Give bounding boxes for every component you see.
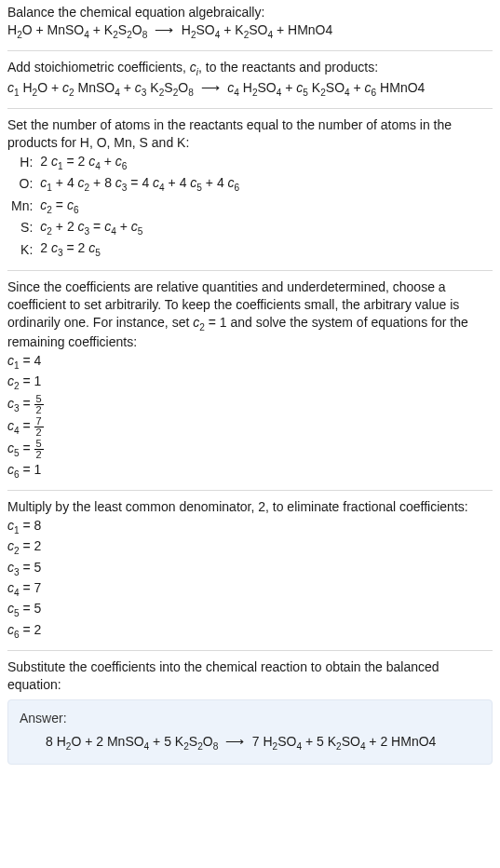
element-equation: 2 c1 = 2 c4 + c6: [36, 152, 243, 173]
element-equation: 2 c3 = 2 c5: [36, 238, 243, 260]
element-label: O:: [7, 173, 36, 195]
element-equation: c1 + 4 c2 + 8 c3 = 4 c4 + 4 c5 + 4 c6: [36, 173, 243, 195]
coef-value: 5: [34, 601, 42, 616]
coef-row: c6 = 2: [7, 621, 493, 641]
coef-value: 1: [34, 373, 42, 388]
coef-row: c5 = 5: [7, 600, 493, 619]
intro-heading: Balance the chemical equation algebraica…: [7, 4, 493, 21]
coef-value: 2: [34, 622, 42, 637]
stoich-text: Add stoichiometric coefficients, ci, to …: [7, 59, 493, 78]
coef-value: 7: [34, 580, 42, 595]
balanced-equation: 8 H2O + 2 MnSO4 + 5 K2S2O8 ⟶ 7 H2SO4 + 5…: [20, 733, 480, 753]
divider: [7, 490, 493, 491]
coef-row: c5 = 52: [7, 439, 493, 460]
answer-label: Answer:: [20, 710, 480, 727]
coefficient-list-fractional: c1 = 4 c2 = 1 c3 = 52 c4 = 72 c5 = 52 c6…: [7, 352, 493, 481]
element-label: S:: [7, 217, 36, 238]
element-label: H:: [7, 152, 36, 173]
divider: [7, 270, 493, 271]
coef-row: c2 = 2: [7, 537, 493, 557]
solve-text: Since the coefficients are relative quan…: [7, 278, 493, 351]
divider: [7, 50, 493, 51]
coef-fraction: 72: [34, 416, 44, 438]
table-row: K: 2 c3 = 2 c5: [7, 238, 243, 260]
coef-value: 2: [34, 538, 42, 553]
coef-row: c3 = 5: [7, 559, 493, 578]
coef-row: c2 = 1: [7, 373, 493, 392]
answer-box: Answer: 8 H2O + 2 MnSO4 + 5 K2S2O8 ⟶ 7 H…: [7, 699, 493, 765]
table-row: Mn: c2 = c6: [7, 196, 243, 217]
element-label: K:: [7, 238, 36, 260]
coef-fraction: 52: [34, 439, 44, 460]
coef-row: c3 = 52: [7, 394, 493, 415]
coef-row: c1 = 8: [7, 517, 493, 536]
coef-value: 8: [34, 518, 42, 533]
coef-value: 4: [34, 353, 42, 368]
coef-row: c6 = 1: [7, 461, 493, 481]
coef-row: c4 = 72: [7, 416, 493, 438]
lcd-text: Multiply by the least common denominator…: [7, 498, 493, 516]
element-equation: c2 + 2 c3 = c4 + c5: [36, 217, 243, 238]
coef-fraction: 52: [34, 394, 44, 415]
divider: [7, 650, 493, 651]
divider: [7, 108, 493, 109]
table-row: S: c2 + 2 c3 = c4 + c5: [7, 217, 243, 238]
table-row: O: c1 + 4 c2 + 8 c3 = 4 c4 + 4 c5 + 4 c6: [7, 173, 243, 195]
stoich-equation: c1 H2O + c2 MnSO4 + c3 K2S2O8 ⟶ c4 H2SO4…: [7, 79, 493, 99]
final-text: Substitute the coefficients into the che…: [7, 658, 493, 694]
element-equation: c2 = c6: [36, 196, 243, 217]
table-row: H: 2 c1 = 2 c4 + c6: [7, 152, 243, 173]
coef-row: c4 = 7: [7, 579, 493, 599]
atoms-text: Set the number of atoms in the reactants…: [7, 116, 493, 152]
coef-row: c1 = 4: [7, 352, 493, 372]
unbalanced-equation: H2O + MnSO4 + K2S2O8 ⟶ H2SO4 + K2SO4 + H…: [7, 21, 493, 41]
atom-balance-table: H: 2 c1 = 2 c4 + c6 O: c1 + 4 c2 + 8 c3 …: [7, 152, 243, 261]
coef-value: 1: [34, 462, 42, 477]
coef-value: 5: [34, 560, 42, 575]
coefficient-list-integer: c1 = 8 c2 = 2 c3 = 5 c4 = 7 c5 = 5 c6 = …: [7, 517, 493, 641]
element-label: Mn:: [7, 196, 36, 217]
